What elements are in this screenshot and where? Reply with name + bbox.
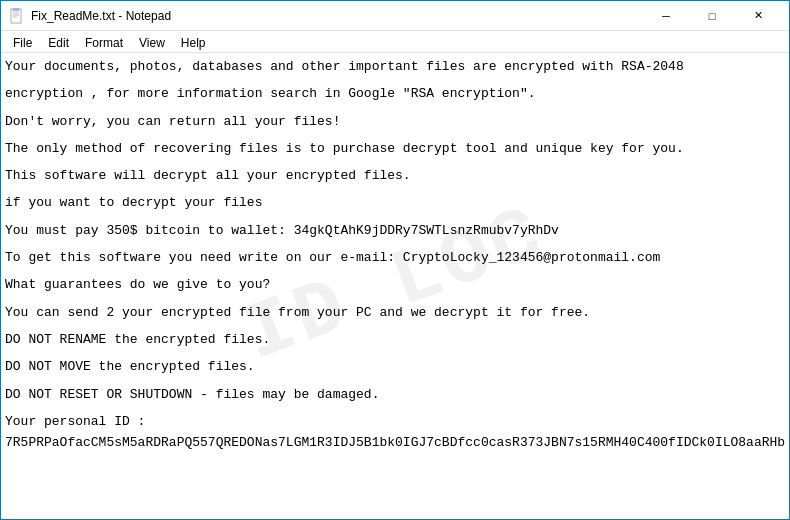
menu-item-file[interactable]: File: [5, 34, 40, 52]
minimize-button[interactable]: ─: [643, 1, 689, 31]
window-title: Fix_ReadMe.txt - Notepad: [31, 9, 171, 23]
text-editor[interactable]: ID LOC Your documents, photos, databases…: [1, 53, 789, 519]
menu-bar: FileEditFormatViewHelp: [1, 31, 789, 53]
text-line: encryption , for more information search…: [5, 84, 781, 105]
text-line: What guarantees do we give to you?: [5, 275, 781, 296]
text-line: Don't worry, you can return all your fil…: [5, 112, 781, 133]
text-line: 7R5PRPaOfacCM5sM5aRDRaPQ557QREDONas7LGM1…: [5, 433, 781, 454]
svg-rect-1: [13, 8, 19, 11]
text-line: DO NOT MOVE the encrypted files.: [5, 357, 781, 378]
notepad-icon: [9, 8, 25, 24]
menu-items: FileEditFormatViewHelp: [5, 33, 214, 51]
text-line: if you want to decrypt your files: [5, 193, 781, 214]
menu-item-format[interactable]: Format: [77, 34, 131, 52]
maximize-button[interactable]: □: [689, 1, 735, 31]
title-bar: Fix_ReadMe.txt - Notepad ─ □ ✕: [1, 1, 789, 31]
text-line: DO NOT RESET OR SHUTDOWN - files may be …: [5, 385, 781, 406]
title-controls: ─ □ ✕: [643, 1, 781, 31]
menu-item-edit[interactable]: Edit: [40, 34, 77, 52]
menu-item-view[interactable]: View: [131, 34, 173, 52]
text-line: DO NOT RENAME the encrypted files.: [5, 330, 781, 351]
text-line: This software will decrypt all your encr…: [5, 166, 781, 187]
menu-item-help[interactable]: Help: [173, 34, 214, 52]
text-line: To get this software you need write on o…: [5, 248, 781, 269]
text-line: Your personal ID :: [5, 412, 781, 433]
text-line: You can send 2 your encrypted file from …: [5, 303, 781, 324]
text-line: Your documents, photos, databases and ot…: [5, 57, 781, 78]
text-line: The only method of recovering files is t…: [5, 139, 781, 160]
notepad-window: Fix_ReadMe.txt - Notepad ─ □ ✕ FileEditF…: [0, 0, 790, 520]
text-line: You must pay 350$ bitcoin to wallet: 34g…: [5, 221, 781, 242]
title-bar-left: Fix_ReadMe.txt - Notepad: [9, 8, 171, 24]
text-content: Your documents, photos, databases and ot…: [5, 57, 781, 453]
close-button[interactable]: ✕: [735, 1, 781, 31]
